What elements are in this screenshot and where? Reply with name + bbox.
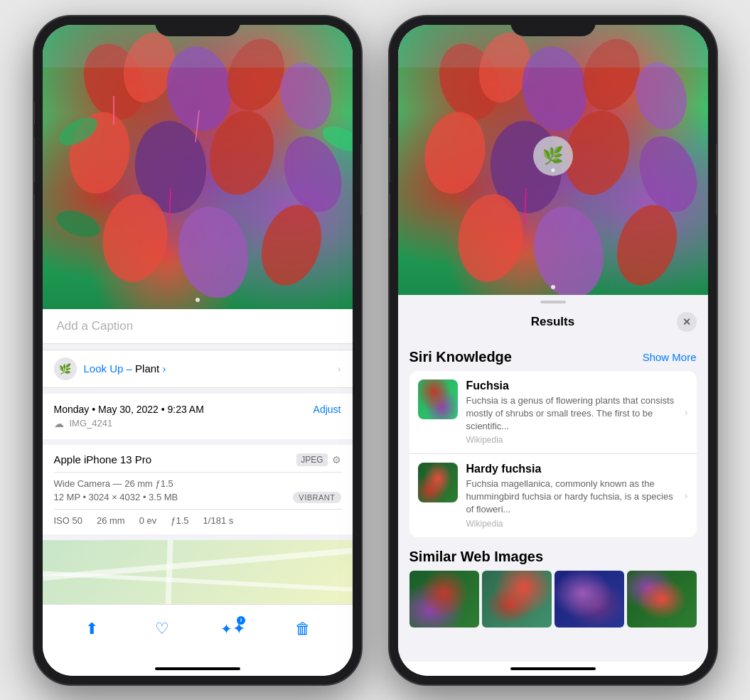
phone-1: Add a Caption 🌿 Look Up – Plant › › Mond… <box>34 16 361 684</box>
fuchsia-chevron: › <box>685 406 688 418</box>
lookup-chevron: › <box>338 363 341 375</box>
hardy-thumb <box>418 463 458 502</box>
exposure-value: 0 ev <box>139 515 157 526</box>
format-badge: JPEG <box>296 453 327 466</box>
fuchsia-text: Fuchsia Fuchsia is a genus of flowering … <box>466 379 679 446</box>
siri-knowledge-header: Siri Knowledge Show More <box>409 349 697 365</box>
home-indicator <box>43 662 353 676</box>
results-content: Siri Knowledge Show More Fuchsia Fuchsia… <box>398 340 708 662</box>
photo-filename: ☁ IMG_4241 <box>54 418 341 429</box>
similar-images-section: Similar Web Images <box>409 549 697 628</box>
photo-area[interactable] <box>43 25 353 309</box>
knowledge-card: Fuchsia Fuchsia is a genus of flowering … <box>409 371 697 537</box>
svg-point-29 <box>525 200 611 295</box>
lookup-text: Look Up – Plant › <box>84 362 166 375</box>
adjust-button[interactable]: Adjust <box>314 404 341 415</box>
fuchsia-desc: Fuchsia is a genus of flowering plants t… <box>466 394 679 434</box>
svg-point-24 <box>418 107 491 198</box>
svg-point-5 <box>63 107 136 198</box>
close-button[interactable]: ✕ <box>677 312 697 332</box>
exif-row: ISO 50 26 mm 0 ev ƒ1.5 1/181 s <box>54 509 341 526</box>
similar-images-grid <box>409 571 697 628</box>
style-badge: VIBRANT <box>293 492 341 503</box>
metadata-section: Monday • May 30, 2022 • 9:23 AM Adjust ☁… <box>43 394 353 439</box>
photo-date: Monday • May 30, 2022 • 9:23 AM <box>54 404 204 415</box>
info-badge: i <box>237 616 245 625</box>
home-bar <box>155 667 240 670</box>
hardy-text: Hardy fuchsia Fuchsia magellanica, commo… <box>466 463 679 529</box>
share-button[interactable]: ⬆ <box>76 613 107 645</box>
photo-area-2[interactable]: 🌿 <box>398 25 708 295</box>
map-preview[interactable] <box>43 540 353 604</box>
similar-image-3[interactable] <box>555 571 624 628</box>
flower-photo <box>43 25 353 309</box>
similar-image-4[interactable] <box>627 571 697 628</box>
device-section: Apple iPhone 13 Pro JPEG ⚙ Wide Camera —… <box>43 445 353 534</box>
similar-title: Similar Web Images <box>409 549 697 565</box>
phone-2-screen: 🌿 Results ✕ Siri Knowledge <box>398 25 708 676</box>
fuchsia-thumb <box>418 379 458 419</box>
siri-knowledge-title: Siri Knowledge <box>409 349 512 365</box>
aperture-value: ƒ1.5 <box>171 515 188 526</box>
home-indicator-2 <box>398 662 708 676</box>
lookup-bar[interactable]: 🌿 Look Up – Plant › › <box>43 350 353 388</box>
knowledge-item-fuchsia[interactable]: Fuchsia Fuchsia is a genus of flowering … <box>409 371 697 455</box>
hardy-chevron: › <box>685 490 688 501</box>
lens-info: Wide Camera — 26 mm ƒ1.5 <box>54 478 341 489</box>
similar-image-2[interactable] <box>482 571 552 628</box>
photo-indicator-2 <box>551 285 555 289</box>
show-more-button[interactable]: Show More <box>643 351 697 363</box>
knowledge-item-hardy[interactable]: Hardy fuchsia Fuchsia magellanica, commo… <box>409 454 697 537</box>
delete-button[interactable]: 🗑 <box>287 613 318 645</box>
hardy-source: Wikipedia <box>466 519 679 529</box>
device-name: Apple iPhone 13 Pro <box>54 453 152 465</box>
svg-point-10 <box>170 200 256 304</box>
similar-image-1[interactable] <box>409 571 479 628</box>
fuchsia-source: Wikipedia <box>466 435 679 445</box>
fuchsia-name: Fuchsia <box>466 379 679 392</box>
phone-2: 🌿 Results ✕ Siri Knowledge <box>390 16 717 684</box>
caption-placeholder[interactable]: Add a Caption <box>57 319 134 333</box>
home-bar-2 <box>510 667 596 670</box>
visual-search-dot <box>551 168 555 172</box>
info-area: Add a Caption 🌿 Look Up – Plant › › Mond… <box>43 309 353 604</box>
camera-settings-icon[interactable]: ⚙ <box>332 454 341 465</box>
svg-rect-18 <box>43 25 353 68</box>
hardy-desc: Fuchsia magellanica, commonly known as t… <box>466 478 679 517</box>
favorite-button[interactable]: ♡ <box>146 613 178 645</box>
results-sheet: Results ✕ Siri Knowledge Show More <box>398 295 708 662</box>
focal-value: 26 mm <box>97 515 125 526</box>
results-title: Results <box>429 315 677 329</box>
resolution-info: 12 MP • 3024 × 4032 • 3.5 MB <box>54 492 178 502</box>
lookup-icon: 🌿 <box>54 357 77 380</box>
phone-1-screen: Add a Caption 🌿 Look Up – Plant › › Mond… <box>43 25 353 676</box>
shutter-value: 1/181 s <box>203 515 234 526</box>
hardy-name: Hardy fuchsia <box>466 463 679 475</box>
svg-point-27 <box>629 128 707 220</box>
info-button[interactable]: ✦ i <box>217 613 248 645</box>
iso-value: ISO 50 <box>54 515 82 526</box>
cloud-icon: ☁ <box>54 418 64 429</box>
photo-indicator <box>195 298 200 302</box>
svg-rect-32 <box>398 25 708 68</box>
results-header: Results ✕ <box>398 303 708 340</box>
bottom-toolbar: ⬆ ♡ ✦ i 🗑 <box>43 604 353 662</box>
caption-area[interactable]: Add a Caption <box>43 309 353 344</box>
svg-point-17 <box>53 205 103 242</box>
